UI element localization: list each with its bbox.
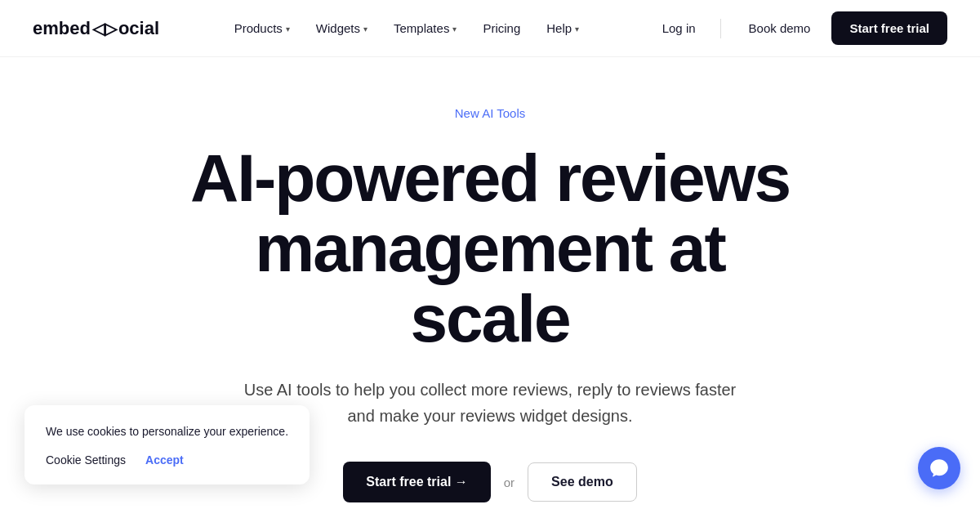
nav-item-widgets[interactable]: Widgets ▾ — [305, 15, 379, 42]
navbar: embed ◁▷ ocial Products ▾ Widgets ▾ Temp… — [0, 0, 980, 57]
nav-links: Products ▾ Widgets ▾ Templates ▾ Pricing… — [159, 15, 654, 42]
nav-label-help: Help — [546, 21, 572, 35]
nav-divider — [720, 19, 721, 38]
hero-title: AI-powered reviews management at scale — [180, 143, 800, 354]
cookie-actions: Cookie Settings Accept — [46, 453, 288, 467]
cookie-accept-button[interactable]: Accept — [145, 453, 184, 467]
chevron-down-icon: ▾ — [452, 25, 457, 33]
chevron-down-icon: ▾ — [286, 25, 290, 33]
nav-label-products: Products — [234, 21, 283, 35]
chevron-down-icon: ▾ — [575, 25, 579, 33]
logo-text-embed: embed — [33, 18, 91, 39]
chevron-down-icon: ▾ — [363, 25, 368, 33]
hero-trial-button[interactable]: Start free trial → — [343, 462, 490, 502]
book-demo-button[interactable]: Book demo — [737, 15, 822, 42]
hero-subtitle: Use AI tools to help you collect more re… — [237, 377, 743, 429]
logo-text-social: ocial — [118, 18, 159, 39]
hero-tag[interactable]: New AI Tools — [455, 106, 525, 120]
nav-right: Log in Book demo Start free trial — [654, 11, 947, 45]
login-button[interactable]: Log in — [654, 15, 704, 42]
nav-label-pricing: Pricing — [483, 21, 520, 35]
nav-label-widgets: Widgets — [316, 21, 360, 35]
logo[interactable]: embed ◁▷ ocial — [33, 18, 159, 39]
nav-item-pricing[interactable]: Pricing — [471, 15, 532, 42]
nav-item-products[interactable]: Products ▾ — [223, 15, 301, 42]
logo-arrows: ◁▷ — [92, 19, 117, 38]
nav-label-templates: Templates — [394, 21, 449, 35]
hero-actions: Start free trial → or See demo — [343, 462, 636, 502]
cookie-message: We use cookies to personalize your exper… — [46, 423, 288, 440]
cookie-banner: We use cookies to personalize your exper… — [24, 405, 310, 484]
nav-item-help[interactable]: Help ▾ — [535, 15, 590, 42]
nav-item-templates[interactable]: Templates ▾ — [382, 15, 468, 42]
chat-button[interactable] — [918, 447, 960, 489]
chat-icon — [929, 458, 950, 479]
start-trial-button[interactable]: Start free trial — [831, 11, 947, 45]
hero-or-text: or — [504, 476, 514, 489]
cookie-settings-button[interactable]: Cookie Settings — [46, 453, 126, 467]
see-demo-button[interactable]: See demo — [528, 462, 637, 502]
